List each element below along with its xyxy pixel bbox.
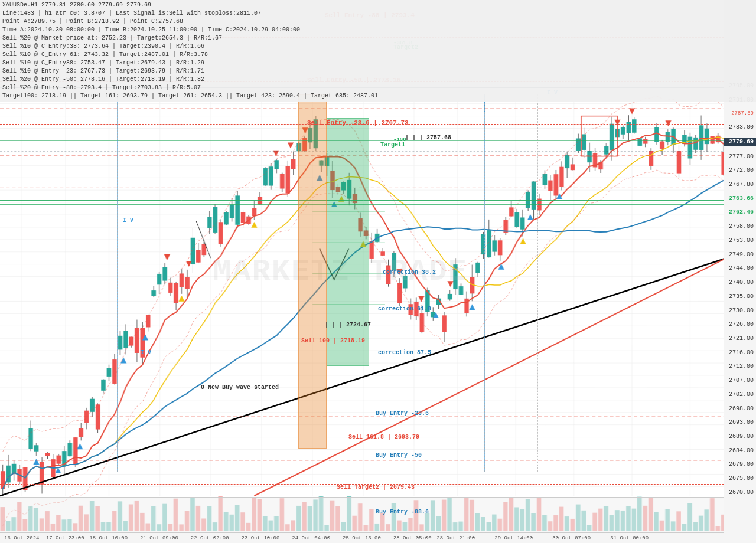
info-line10: Sell %20 @ Entry -50: 2778.16 | Target:2… [2, 76, 754, 84]
price-2735: 2735.00 [724, 293, 756, 300]
price-2679: 2679.00 [724, 461, 756, 467]
price-2684: 2684.00 [724, 447, 756, 454]
price-2744: 2744.00 [724, 265, 756, 272]
green-level-line [0, 140, 724, 141]
vline-dashed-3 [484, 94, 485, 472]
vline-dashed-1 [117, 94, 118, 472]
time-label-9: 28 Oct 21:00 [436, 535, 475, 541]
price-2730: 2730.00 [724, 308, 756, 314]
time-label-8: 28 Oct 05:00 [393, 535, 432, 541]
vline-dashed-4 [537, 94, 538, 472]
sell-entry-23-line [0, 124, 724, 125]
time-label-11: 30 Oct 07:00 [552, 535, 591, 541]
price-2740: 2740.00 [724, 279, 756, 286]
price-2758: 2758.00 [724, 223, 756, 230]
info-line9: Sell %10 @ Entry -23: 2767.73 | Target:2… [2, 67, 754, 76]
price-2675: 2675.00 [724, 475, 756, 482]
price-green2: 2763.66 [724, 195, 756, 202]
time-label-6: 24 Oct 04:00 [292, 535, 330, 541]
volume-bar-area [0, 497, 724, 532]
time-label-10: 29 Oct 14:00 [494, 535, 533, 541]
price-2767: 2767.80 [724, 181, 756, 188]
price-2726: 2726.00 [724, 321, 756, 328]
price-2749: 2749.00 [724, 251, 756, 258]
price-2712: 2712.00 [724, 363, 756, 369]
price-2777: 2777.00 [724, 153, 756, 160]
price-2787: 2787.59 [724, 110, 756, 116]
current-price-label: 2779.69 [724, 138, 756, 146]
green-highlight-zone [327, 118, 369, 366]
price-green1: 2762.46 [724, 209, 756, 215]
time-label-0: 16 Oct 2024 [4, 535, 39, 541]
vline-dashed-2 [223, 94, 223, 472]
orange-highlight-zone [298, 94, 327, 449]
price-2670: 2670.00 [724, 489, 756, 496]
time-label-12: 31 Oct 00:00 [610, 535, 649, 541]
chart-info-bar: XAUUSDe.H1 2779.81 2780.60 2779.69 2779.… [0, 0, 756, 102]
price-2702: 2702.00 [724, 391, 756, 398]
time-label-1: 17 Oct 23:00 [46, 535, 84, 541]
info-line8: Sell %10 @ C_Entry88: 2753.47 | Target:2… [2, 59, 754, 67]
time-label-2: 18 Oct 16:00 [89, 535, 128, 541]
price-2693: 2693.00 [724, 419, 756, 426]
price-2772: 2772.00 [724, 167, 756, 174]
price-2689: 2689.00 [724, 433, 756, 440]
time-label-5: 23 Oct 10:00 [242, 535, 280, 541]
price-2707: 2707.00 [724, 377, 756, 384]
info-line2: Line:1483 | h1_atr_c0: 3.8707 | Last Sig… [2, 9, 754, 18]
time-label-4: 22 Oct 02:00 [191, 535, 229, 541]
sell-target2-line [0, 484, 724, 485]
sell-161-line [0, 436, 724, 436]
info-line3: Point A:2789.75 | Point B:2718.92 | Poin… [2, 18, 754, 26]
info-line11: Sell %20 @ Entry -88: 2793.4 | Target:27… [2, 84, 754, 92]
time-label-3: 21 Oct 09:00 [140, 535, 178, 541]
info-line12: Target100: 2718.19 || Target 161: 2693.7… [2, 92, 754, 100]
price-2721: 2721.00 [724, 335, 756, 342]
price-2698: 2698.00 [724, 405, 756, 412]
price-2753: 2753.00 [724, 237, 756, 244]
info-line5: Sell %20 @ Market price at: 2752.23 | Ta… [2, 34, 754, 42]
chart-container: XAUUSDe.H1 2779.81 2780.60 2779.69 2779.… [0, 0, 756, 543]
info-line6: Sell %10 @ C_Entry:38: 2773.64 | Target:… [2, 42, 754, 51]
info-line7: Sell %10 @ C_Entry 61: 2743.32 | Target:… [2, 51, 754, 59]
time-axis: 16 Oct 2024 17 Oct 23:00 18 Oct 16:00 21… [0, 532, 724, 543]
time-label-7: 25 Oct 13:00 [343, 535, 381, 541]
info-line4: Time A:2024.10.30 08:00:00 | Time B:2024… [2, 26, 754, 34]
price-2783: 2783.00 [724, 124, 756, 130]
info-line1: XAUUSDe.H1 2779.81 2780.60 2779.69 2779.… [2, 1, 754, 9]
price-2716: 2716.00 [724, 349, 756, 356]
